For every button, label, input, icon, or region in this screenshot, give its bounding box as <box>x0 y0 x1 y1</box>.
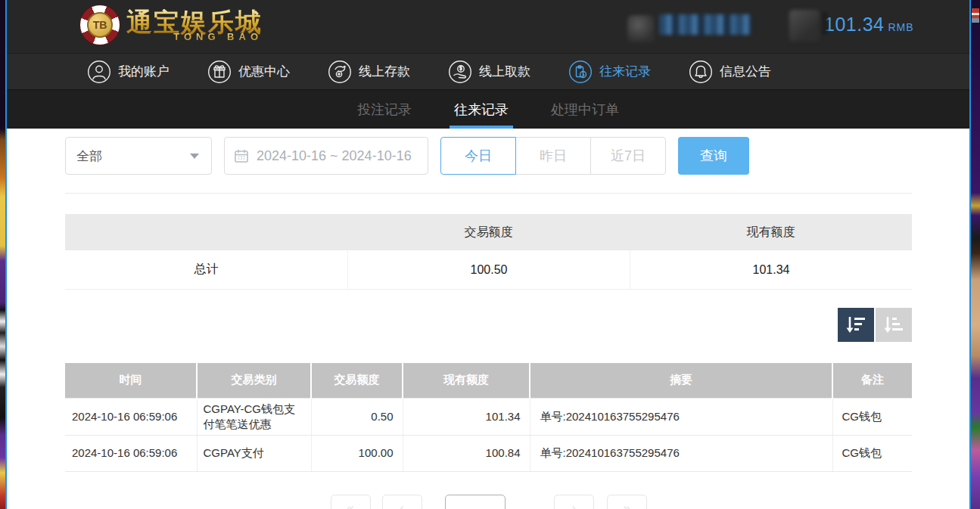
background-art-left <box>0 0 5 509</box>
gift-icon <box>207 60 232 84</box>
cell-note: CG钱包 <box>832 398 912 436</box>
prev-page-button[interactable]: ‹ <box>382 495 422 509</box>
col-amount: 交易额度 <box>311 363 403 398</box>
right-edge-line <box>969 0 971 509</box>
balance-blur-patch <box>822 12 828 35</box>
sort-ascending-button[interactable] <box>876 308 912 342</box>
query-button[interactable]: 查询 <box>678 137 749 175</box>
calendar-icon <box>234 148 249 163</box>
brand-name: 通宝娱乐城 TONG BAO <box>126 9 263 42</box>
col-note: 备注 <box>832 363 912 398</box>
nav-label: 优惠中心 <box>238 63 290 80</box>
withdraw-icon <box>448 60 472 84</box>
deposit-icon <box>328 60 352 84</box>
col-balance: 现有额度 <box>403 363 530 398</box>
nav-label: 线上存款 <box>359 63 410 80</box>
cell-type: CGPAY-CG钱包支付笔笔送优惠 <box>197 398 311 436</box>
user-icon <box>87 60 111 84</box>
sort-controls <box>65 308 912 342</box>
nav-item-promotions[interactable]: 优惠中心 <box>207 60 290 84</box>
date-range-input[interactable]: 2024-10-16 ~ 2024-10-16 <box>224 137 428 175</box>
nav-item-withdraw[interactable]: 线上取款 <box>448 60 530 84</box>
wallet-icon-blurred[interactable] <box>789 10 820 42</box>
date-range-value: 2024-10-16 ~ 2024-10-16 <box>257 148 412 164</box>
tab-label: 投注记录 <box>357 101 412 119</box>
cell-note: CG钱包 <box>832 436 912 472</box>
username-blurred <box>659 14 751 35</box>
tab-pending-orders[interactable]: 处理中订单 <box>546 90 624 129</box>
next-page-button[interactable]: › <box>554 495 594 509</box>
table-row: 2024-10-16 06:59:06 CGPAY-CG钱包支付笔笔送优惠 0.… <box>65 398 912 436</box>
type-select[interactable]: 全部 <box>65 137 212 175</box>
cell-type: CGPAY支付 <box>197 436 311 472</box>
first-page-button[interactable]: « <box>331 495 371 509</box>
yesterday-button[interactable]: 昨日 <box>515 137 591 175</box>
nav-label: 我的账户 <box>118 63 170 80</box>
tab-bar: 投注记录 往来记录 处理中订单 <box>7 90 969 129</box>
divider <box>65 193 912 194</box>
cell-amount: 0.50 <box>311 398 403 436</box>
summary-total-row: 总计 100.50 101.34 <box>65 250 912 290</box>
current-page-box[interactable] <box>445 495 506 509</box>
nav-label: 线上取款 <box>479 63 530 80</box>
summary-header-current: 现有额度 <box>630 214 912 250</box>
summary-header-transaction: 交易额度 <box>347 214 630 250</box>
tab-label: 往来记录 <box>454 101 509 119</box>
cell-balance: 100.84 <box>403 436 530 472</box>
last7days-button[interactable]: 近7日 <box>590 137 666 175</box>
summary-total-label: 总计 <box>65 250 347 289</box>
balance-amount: 101.34 <box>824 14 884 35</box>
nav-item-announcements[interactable]: 信息公告 <box>689 60 771 84</box>
today-button[interactable]: 今日 <box>440 137 516 175</box>
balance-currency: RMB <box>888 21 913 33</box>
active-tab-underline <box>450 126 513 129</box>
pagination: « ‹ › » <box>65 495 912 509</box>
tab-transaction-records[interactable]: 往来记录 <box>450 90 513 129</box>
content: 全部 2024-10-16 ~ 2024-10-16 今日 昨日 近7日 查询 … <box>7 129 969 509</box>
sort-descending-button[interactable] <box>838 308 874 342</box>
nav-label: 信息公告 <box>720 63 771 80</box>
background-art-right <box>971 0 980 509</box>
chevron-down-icon <box>190 154 199 159</box>
nav-item-deposit[interactable]: 线上存款 <box>328 60 410 84</box>
table-row: 2024-10-16 06:59:06 CGPAY支付 100.00 100.8… <box>65 436 912 472</box>
quick-date-group: 今日 昨日 近7日 <box>440 137 666 175</box>
page: TB 通宝娱乐城 TONG BAO 101.34 RMB 我的账户 <box>7 0 969 509</box>
type-select-value: 全部 <box>76 147 102 165</box>
poker-chip-icon: TB <box>79 5 120 45</box>
cell-summary: 单号:202410163755295476 <box>530 398 832 436</box>
summary-table: 交易额度 现有额度 总计 100.50 101.34 <box>65 214 912 290</box>
cell-balance: 101.34 <box>403 398 530 436</box>
user-avatar-blurred[interactable] <box>627 15 655 42</box>
tab-betting-records[interactable]: 投注记录 <box>353 90 416 129</box>
tab-label: 处理中订单 <box>551 101 619 119</box>
account-balance: 101.34 RMB <box>824 14 914 36</box>
bell-icon <box>689 60 713 84</box>
cell-amount: 100.00 <box>311 436 403 472</box>
summary-header-row: 交易额度 现有额度 <box>65 214 912 250</box>
chip-label: TB <box>87 12 113 38</box>
nav-item-my-account[interactable]: 我的账户 <box>87 60 170 84</box>
cell-time: 2024-10-16 06:59:06 <box>65 436 197 472</box>
records-table: 时间 交易类别 交易额度 现有额度 摘要 备注 2024-10-16 06:59… <box>65 363 912 472</box>
last-page-button[interactable]: » <box>607 495 647 509</box>
main-nav: 我的账户 优惠中心 线上存款 线上取款 往来记录 <box>7 53 969 90</box>
col-type: 交易类别 <box>197 363 311 398</box>
summary-transaction-total: 100.50 <box>347 250 630 289</box>
top-header: TB 通宝娱乐城 TONG BAO 101.34 RMB <box>7 0 969 53</box>
sort-ascending-icon <box>882 315 905 336</box>
brand-logo[interactable]: TB 通宝娱乐城 TONG BAO <box>79 5 263 45</box>
floating-widget-fragment <box>972 8 979 23</box>
summary-header-empty <box>65 214 347 250</box>
records-icon <box>568 60 593 84</box>
records-header-row: 时间 交易类别 交易额度 现有额度 摘要 备注 <box>65 363 912 398</box>
filter-row: 全部 2024-10-16 ~ 2024-10-16 今日 昨日 近7日 查询 <box>65 137 912 175</box>
cell-time: 2024-10-16 06:59:06 <box>65 398 197 436</box>
cell-summary: 单号:202410163755295476 <box>530 436 832 472</box>
col-summary: 摘要 <box>530 363 832 398</box>
summary-current-total: 101.34 <box>630 250 912 289</box>
nav-label: 往来记录 <box>599 63 651 80</box>
sort-descending-icon <box>845 315 867 336</box>
col-time: 时间 <box>65 363 197 398</box>
nav-item-transaction-records[interactable]: 往来记录 <box>568 60 651 84</box>
